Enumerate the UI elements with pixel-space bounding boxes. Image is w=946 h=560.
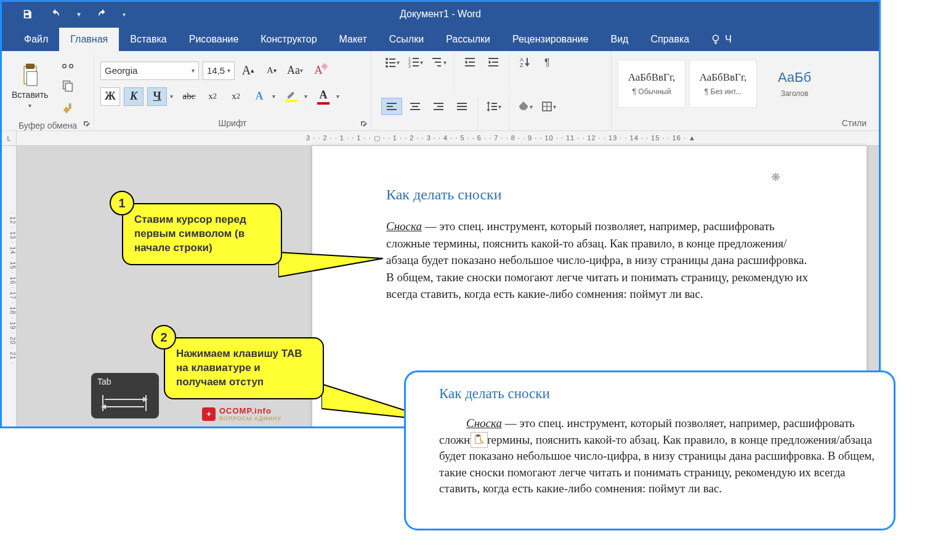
tab-review[interactable]: Рецензирование (501, 28, 600, 51)
doc-paragraph[interactable]: Сноска — это спец. инструмент, который п… (386, 218, 817, 303)
annotation-text-2: Нажимаем клавишу TAB на клавиатуре и пол… (176, 348, 302, 388)
tab-file[interactable]: Файл (13, 28, 59, 51)
svg-point-5 (70, 65, 73, 68)
tab-insert[interactable]: Вставка (119, 28, 177, 51)
quick-access-toolbar: ▼ ▾ (2, 6, 126, 22)
doc-heading[interactable]: Как делать сноски (386, 186, 867, 203)
clipboard-launcher[interactable] (83, 120, 91, 129)
clear-format-button[interactable]: A (309, 62, 328, 80)
qat-customize-icon[interactable]: ▾ (123, 11, 126, 18)
numbering-button[interactable]: 123▾ (405, 54, 426, 71)
italic-button[interactable]: К (124, 87, 144, 106)
styles-label: Стили (842, 118, 867, 128)
svg-rect-36 (387, 109, 397, 110)
tab-draw[interactable]: Рисование (178, 28, 250, 51)
style-no-spacing[interactable]: АаБбВвГг,¶ Без инт... (689, 60, 757, 108)
brush-icon (61, 102, 75, 116)
font-name-combo[interactable]: Georgia▾ (100, 62, 199, 80)
svg-rect-7 (66, 83, 73, 91)
vertical-ruler[interactable]: · 12 · 13 · 14 · 15 · 16 · 17 · 18 · 19 … (2, 146, 17, 426)
paste-button[interactable]: Вставить ▾ (8, 60, 52, 111)
pilcrow-button[interactable]: ¶ (538, 54, 559, 71)
font-launcher[interactable] (360, 120, 368, 129)
group-font: Georgia▾ 14,5▾ A▴ A▾ Aa▾ A Ж К Ч▾ abc x2… (94, 51, 371, 130)
svg-rect-24 (437, 65, 441, 66)
superscript-button[interactable]: x2 (226, 87, 246, 106)
tab-home[interactable]: Главная (59, 28, 119, 51)
save-icon[interactable] (19, 6, 35, 22)
bold-button[interactable]: Ж (100, 87, 120, 106)
tab-design[interactable]: Конструктор (249, 28, 328, 51)
svg-rect-23 (435, 62, 441, 63)
format-painter-button[interactable] (59, 100, 76, 118)
svg-point-0 (713, 35, 719, 41)
tab-help[interactable]: Справка (639, 28, 700, 51)
grow-font-button[interactable]: A▴ (238, 62, 258, 80)
sort-button[interactable]: AZ (514, 54, 535, 71)
horizontal-ruler[interactable]: 3 · · 2 · · 1 · · 1 · · ▢ · · 1 · · 2 · … (17, 131, 879, 146)
align-left-button[interactable] (381, 98, 402, 115)
svg-rect-15 (389, 66, 395, 67)
font-label: Шрифт (218, 118, 246, 128)
change-case-button[interactable]: Aa▾ (285, 62, 305, 80)
strike-button[interactable]: abc (179, 87, 199, 106)
svg-rect-46 (491, 103, 497, 104)
highlight-button[interactable] (281, 87, 301, 106)
style-normal[interactable]: АаБбВвГг,¶ Обычный (618, 60, 685, 108)
redo-icon[interactable] (94, 6, 110, 22)
svg-point-4 (63, 65, 67, 68)
indent-dec-button[interactable] (459, 54, 480, 71)
undo-caret-icon[interactable]: ▼ (76, 11, 82, 18)
svg-rect-3 (26, 71, 37, 86)
annotation-tail-1 (278, 240, 383, 289)
result-paragraph: Сноска — это спец. инструмент, который п… (439, 415, 876, 497)
annotation-text-1: Ставим курсор перед первым символом (в н… (134, 214, 246, 254)
annotation-callout-2: 2 Нажимаем клавишу TAB на клавиатуре и п… (164, 337, 324, 399)
paste-icon (20, 63, 41, 87)
tab-view[interactable]: Вид (600, 28, 640, 51)
svg-rect-17 (413, 58, 419, 59)
annotation-number-1: 1 (110, 191, 134, 215)
tab-mailings[interactable]: Рассылки (435, 28, 501, 51)
svg-point-14 (386, 65, 388, 68)
align-right-button[interactable] (428, 98, 449, 115)
cut-button[interactable] (59, 54, 76, 71)
tab-arrows-icon (100, 394, 149, 412)
title-bar: ▼ ▾ Документ1 - Word (2, 2, 879, 26)
undo-icon[interactable] (47, 6, 63, 22)
text-effects-button[interactable]: A (249, 87, 269, 106)
indent-inc-button[interactable] (483, 54, 504, 71)
font-color-button[interactable]: A (313, 87, 333, 106)
svg-rect-34 (387, 103, 397, 104)
shading-button[interactable]: ▾ (514, 98, 535, 115)
tell-me[interactable]: Ч (705, 28, 737, 51)
shrink-font-button[interactable]: A▾ (262, 62, 281, 80)
underline-button[interactable]: Ч (147, 87, 167, 106)
paste-options-button[interactable] (471, 432, 488, 448)
multilevel-button[interactable]: ▾ (428, 54, 449, 71)
window-title: Документ1 - Word (400, 9, 481, 20)
copy-button[interactable] (59, 77, 76, 94)
style-heading[interactable]: АаБбЗаголов (761, 60, 828, 108)
svg-rect-48 (491, 109, 497, 110)
underline-caret[interactable]: ▾ (167, 93, 176, 100)
svg-rect-25 (465, 58, 475, 59)
bullets-button[interactable]: ▾ (381, 54, 402, 71)
align-center-button[interactable] (405, 98, 426, 115)
tab-layout[interactable]: Макет (328, 28, 378, 51)
group-styles: АаБбВвГг,¶ Обычный АаБбВвГг,¶ Без инт...… (612, 51, 879, 130)
svg-rect-28 (488, 58, 498, 59)
font-size-combo[interactable]: 14,5▾ (203, 62, 235, 80)
svg-marker-52 (278, 252, 383, 277)
align-justify-button[interactable] (451, 98, 472, 115)
line-spacing-button[interactable]: ▾ (483, 98, 504, 115)
svg-rect-41 (437, 106, 443, 107)
subscript-button[interactable]: x2 (203, 87, 222, 106)
tab-references[interactable]: Ссылки (378, 28, 435, 51)
svg-rect-13 (389, 62, 395, 63)
group-paragraph: ▾ 123▾ ▾ AZ ¶ ▾ (371, 51, 612, 130)
svg-rect-35 (387, 106, 393, 107)
borders-button[interactable]: ▾ (538, 98, 559, 115)
ribbon: Вставить ▾ Буфер обмена Georgia▾ 14,5▾ (2, 51, 879, 131)
svg-rect-37 (410, 103, 420, 104)
